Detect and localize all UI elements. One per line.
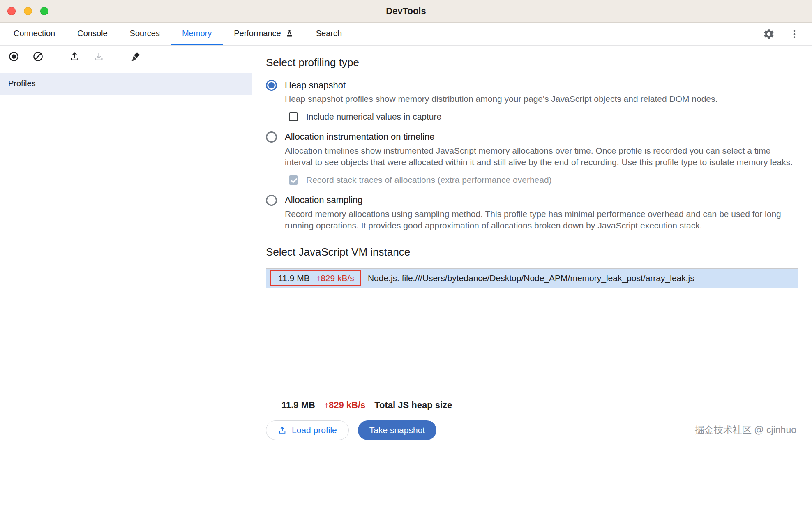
record-stack-traces-row: Record stack traces of allocations (extr… — [289, 175, 797, 185]
tab-sources[interactable]: Sources — [119, 23, 171, 45]
total-heap-growth-rate: ↑829 kB/s — [324, 400, 365, 411]
tab-performance[interactable]: Performance — [223, 23, 305, 45]
vm-instance-list: 11.9 MB ↑829 kB/s Node.js: file:///Users… — [266, 268, 798, 388]
memory-sidebar: Profiles — [0, 46, 252, 512]
option-label: Heap snapshot — [285, 80, 346, 91]
devtools-content: Profiles Select profiling type Heap snap… — [0, 46, 812, 512]
sidebar-toolbar — [0, 46, 252, 67]
radio-allocation-timeline[interactable] — [266, 131, 277, 143]
heap-size-highlight-box: 11.9 MB ↑829 kB/s — [270, 270, 361, 286]
option-allocation-timeline[interactable]: Allocation instrumentation on timeline — [266, 131, 797, 143]
option-heap-snapshot[interactable]: Heap snapshot — [266, 80, 797, 91]
vm-instance-heading: Select JavaScript VM instance — [266, 246, 797, 258]
option-description: Allocation timelines show instrumented J… — [285, 145, 797, 168]
load-profile-button[interactable]: Load profile — [266, 420, 349, 440]
toolbar-divider — [117, 51, 117, 62]
kebab-menu-icon[interactable] — [787, 27, 801, 41]
checkbox-label: Record stack traces of allocations (extr… — [306, 175, 552, 185]
checkbox-include-numerical-values[interactable] — [289, 112, 298, 121]
close-window-button[interactable] — [7, 7, 16, 15]
window-title: DevTools — [0, 6, 812, 16]
watermark-text: 掘金技术社区 @ cjinhuo — [695, 424, 796, 436]
zoom-window-button[interactable] — [40, 7, 48, 15]
footer-actions: Load profile Take snapshot 掘金技术社区 @ cjin… — [266, 420, 797, 440]
sidebar-item-profiles[interactable]: Profiles — [0, 73, 252, 95]
vm-instance-label: Node.js: file:///Users/bytedance/Desktop… — [368, 273, 694, 283]
gear-icon[interactable] — [762, 27, 776, 41]
heap-size-value: 11.9 MB — [278, 273, 310, 283]
up-arrow-icon: ↑ — [324, 400, 329, 410]
total-heap-size-value: 11.9 MB — [281, 400, 315, 411]
block-clear-icon[interactable] — [32, 50, 44, 62]
download-profile-icon[interactable] — [92, 50, 105, 62]
tabbar-right-controls — [762, 23, 812, 45]
minimize-window-button[interactable] — [24, 7, 32, 15]
up-arrow-icon: ↑ — [316, 273, 321, 283]
option-description: Record memory allocations using sampling… — [285, 208, 797, 232]
brush-icon[interactable] — [129, 50, 141, 62]
include-numerical-values-row[interactable]: Include numerical values in capture — [289, 112, 797, 122]
radio-heap-snapshot[interactable] — [266, 80, 277, 91]
record-icon[interactable] — [7, 50, 20, 62]
titlebar: DevTools — [0, 0, 812, 23]
flask-icon — [285, 29, 294, 38]
upload-icon — [278, 426, 287, 435]
upload-profile-icon[interactable] — [68, 50, 81, 62]
vm-instance-row[interactable]: 11.9 MB ↑829 kB/s Node.js: file:///Users… — [266, 269, 798, 288]
memory-main-panel: Select profiling type Heap snapshot Heap… — [252, 46, 812, 512]
total-heap-size-row: 11.9 MB ↑829 kB/s Total JS heap size — [281, 400, 797, 411]
option-description: Heap snapshot profiles show memory distr… — [285, 93, 797, 105]
checkbox-label: Include numerical values in capture — [306, 112, 441, 122]
toolbar-divider — [56, 51, 56, 62]
tab-search[interactable]: Search — [305, 23, 353, 45]
tab-connection[interactable]: Connection — [2, 23, 66, 45]
devtools-tabbar: Connection Console Sources Memory Perfor… — [0, 23, 812, 46]
radio-allocation-sampling[interactable] — [266, 195, 277, 206]
checkbox-record-stack-traces[interactable] — [289, 175, 298, 185]
tab-memory[interactable]: Memory — [171, 23, 223, 45]
option-allocation-sampling[interactable]: Allocation sampling — [266, 195, 797, 206]
window-controls — [7, 7, 48, 15]
tab-console[interactable]: Console — [66, 23, 118, 45]
total-heap-size-label: Total JS heap size — [374, 400, 452, 411]
take-snapshot-button[interactable]: Take snapshot — [358, 420, 436, 440]
profiles-header-label: Profiles — [8, 79, 36, 88]
heap-growth-rate: ↑829 kB/s — [316, 273, 354, 283]
option-label: Allocation instrumentation on timeline — [285, 131, 434, 142]
profiling-type-heading: Select profiling type — [266, 56, 797, 69]
option-label: Allocation sampling — [285, 195, 363, 205]
